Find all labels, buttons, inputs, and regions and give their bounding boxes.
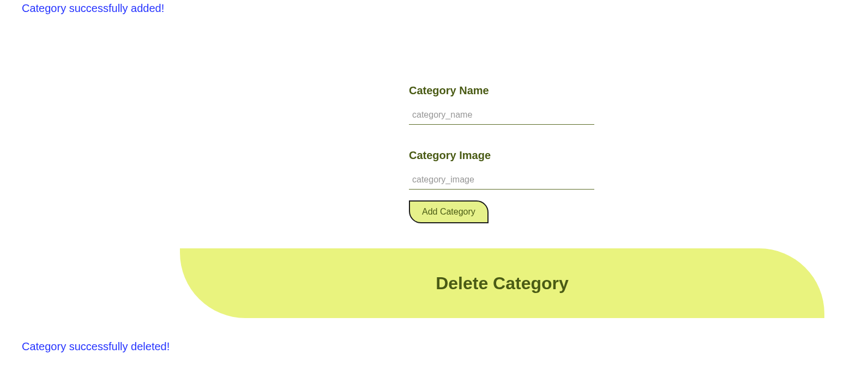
delete-category-section: Delete Category <box>180 248 824 318</box>
status-added-message: Category successfully added! <box>0 0 868 15</box>
category-name-group: Category Name <box>409 84 594 125</box>
category-name-input[interactable] <box>409 107 594 125</box>
category-image-input[interactable] <box>409 172 594 190</box>
add-category-button[interactable]: Add Category <box>409 200 489 223</box>
status-deleted-message: Category successfully deleted! <box>22 340 170 353</box>
category-name-label: Category Name <box>409 84 594 97</box>
category-image-group: Category Image <box>409 149 594 190</box>
delete-category-heading: Delete Category <box>436 273 569 294</box>
add-category-form: Category Name Category Image Add Categor… <box>409 84 594 223</box>
category-image-label: Category Image <box>409 149 594 162</box>
